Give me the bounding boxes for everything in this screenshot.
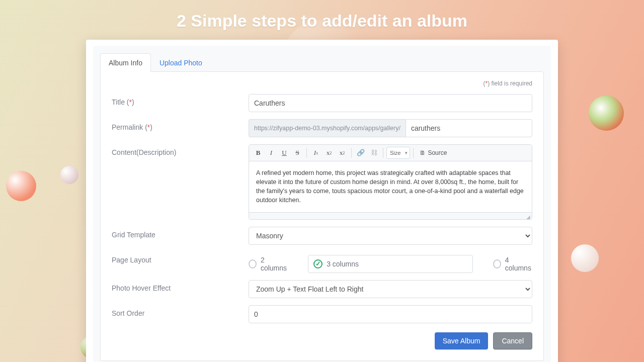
label-content: Content(Description) <box>112 144 249 156</box>
underline-icon[interactable]: U <box>278 147 290 159</box>
page-title: 2 Simple steps to add/edit an album <box>0 0 644 40</box>
bold-icon[interactable]: B <box>252 147 264 159</box>
required-note: (*) field is required <box>112 80 532 87</box>
editor-resize-handle[interactable] <box>249 212 532 219</box>
tab-album-info[interactable]: Album Info <box>100 53 151 72</box>
link-icon[interactable]: 🔗 <box>355 147 367 159</box>
source-icon: 🗎 <box>420 149 426 156</box>
label-sort-order: Sort Order <box>112 305 249 317</box>
editor-toolbar: B I U S Ix x2 x2 🔗 ⛓ Size <box>249 145 532 161</box>
decorative-bubble <box>571 244 599 272</box>
decorative-bubble <box>6 171 36 201</box>
source-button[interactable]: 🗎 Source <box>417 147 450 159</box>
tab-upload-photo[interactable]: Upload Photo <box>151 53 211 72</box>
radio-4-columns[interactable]: 4 columns <box>493 256 532 272</box>
radio-icon <box>493 259 501 268</box>
radio-icon <box>313 259 323 268</box>
tabs: Album Info Upload Photo <box>93 46 551 71</box>
radio-icon <box>249 259 257 268</box>
label-grid-template: Grid Template <box>112 227 249 239</box>
decorative-bubble <box>589 96 624 131</box>
label-title: Title (*) <box>112 94 249 106</box>
strike-icon[interactable]: S <box>291 147 303 159</box>
label-permalink: Permalink (*) <box>112 119 249 131</box>
editor-textarea[interactable]: A refined yet modern home, this project … <box>249 161 532 212</box>
superscript-icon[interactable]: x2 <box>336 147 348 159</box>
cancel-button[interactable]: Cancel <box>493 332 532 349</box>
italic-icon[interactable]: I <box>265 147 277 159</box>
decorative-bubble <box>60 166 78 184</box>
title-input[interactable] <box>249 94 532 112</box>
permalink-input[interactable] <box>406 119 532 137</box>
subscript-icon[interactable]: x2 <box>323 147 335 159</box>
label-page-layout: Page Layout <box>112 252 249 264</box>
rich-text-editor: B I U S Ix x2 x2 🔗 ⛓ Size <box>249 144 532 220</box>
label-hover-effect: Photo Hover Effect <box>112 280 249 292</box>
radio-2-columns[interactable]: 2 columns <box>249 256 288 272</box>
save-button[interactable]: Save Album <box>435 332 489 349</box>
remove-format-icon[interactable]: Ix <box>310 147 322 159</box>
hover-effect-select[interactable]: Zoom Up + Text Float Left to Right <box>249 280 532 298</box>
sort-order-input[interactable] <box>249 305 532 323</box>
font-size-select[interactable]: Size <box>386 147 410 159</box>
grid-template-select[interactable]: Masonry <box>249 227 532 245</box>
radio-3-columns[interactable]: 3 columns <box>308 255 473 273</box>
permalink-prefix: https://zifyapp-demo-03.myshopify.com/ap… <box>249 119 406 137</box>
unlink-icon[interactable]: ⛓ <box>368 147 380 159</box>
form-card: Album Info Upload Photo (*) field is req… <box>86 40 558 362</box>
